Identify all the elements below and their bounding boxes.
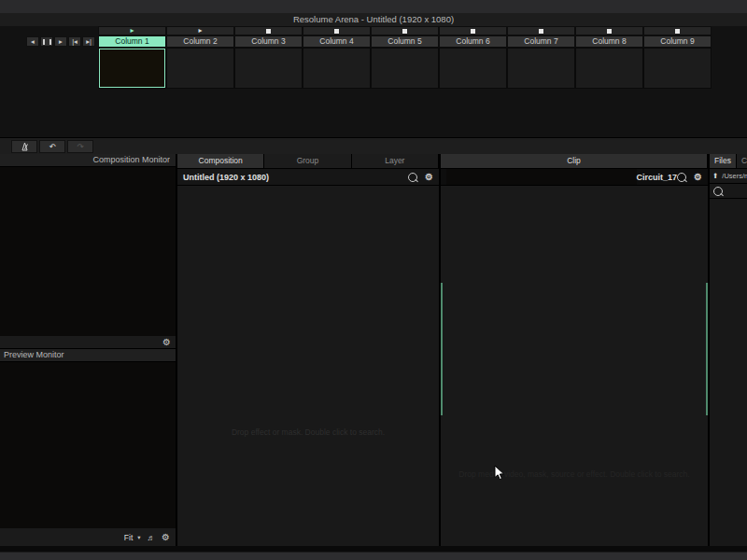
gear-icon[interactable]: ⚙ bbox=[425, 173, 433, 182]
stop-icon bbox=[266, 29, 271, 34]
window-title: Resolume Arena - Untitled (1920 x 1080) bbox=[293, 14, 454, 24]
column-trigger-2[interactable]: ▸ bbox=[166, 26, 234, 35]
gear-icon[interactable]: ⚙ bbox=[162, 533, 170, 542]
clip-cell[interactable] bbox=[439, 48, 507, 89]
layer-play-button[interactable]: ▸ bbox=[54, 36, 67, 47]
clip-cell[interactable] bbox=[507, 48, 575, 89]
play-icon: ▸ bbox=[198, 27, 202, 35]
jump-forward-button[interactable]: ▸| bbox=[82, 36, 95, 47]
files-panel: Files Compositions ⬆ /Users/mark bbox=[710, 154, 747, 546]
column-trigger-1[interactable]: ▸ bbox=[98, 26, 166, 35]
column-header-9[interactable]: Column 9 bbox=[643, 35, 712, 48]
drop-hint: Drop effect or mask. Double click to sea… bbox=[177, 427, 439, 437]
files-path[interactable]: /Users/mark bbox=[722, 172, 747, 180]
stop-icon bbox=[334, 29, 339, 34]
drop-hint: Drop media, video, mask, source or effec… bbox=[441, 469, 708, 479]
play-icon: ▸ bbox=[130, 27, 134, 35]
composition-title-bar: Untitled (1920 x 1080) ⚙ bbox=[177, 169, 439, 186]
clip-cell[interactable] bbox=[371, 48, 439, 89]
tab-group[interactable]: Group bbox=[264, 154, 351, 168]
jump-back-button[interactable]: |◂ bbox=[68, 36, 81, 47]
clip-title: Circuit_17 bbox=[637, 173, 678, 182]
composition-monitor-footer: ⚙ bbox=[0, 336, 176, 349]
composition-title: Untitled (1920 x 1080) bbox=[183, 173, 269, 182]
undo-button[interactable]: ↶ bbox=[39, 140, 65, 153]
monitor-column: Composition Monitor ⚙ Preview Monitor Fi… bbox=[0, 154, 177, 546]
clip-cell[interactable] bbox=[575, 48, 643, 89]
tab-files[interactable]: Files bbox=[710, 154, 737, 168]
column-header-8[interactable]: Column 8 bbox=[575, 35, 643, 48]
chevron-down-icon: ▾ bbox=[137, 534, 140, 541]
preview-monitor-title: Preview Monitor bbox=[0, 350, 64, 359]
column-trigger-3[interactable] bbox=[234, 26, 303, 35]
search-icon[interactable] bbox=[677, 173, 686, 182]
stop-icon bbox=[607, 29, 612, 34]
column-header-3[interactable]: Column 3 bbox=[234, 35, 303, 48]
stop-icon bbox=[471, 29, 475, 34]
column-trigger-7[interactable] bbox=[507, 26, 575, 35]
clip-panel: Clip Circuit_17 ⚙ Drop media, video, mas… bbox=[441, 154, 710, 546]
column-trigger-4[interactable] bbox=[303, 26, 371, 35]
column-header-6[interactable]: Column 6 bbox=[439, 35, 507, 48]
clip-cell[interactable] bbox=[643, 48, 712, 89]
dock-strip bbox=[0, 552, 747, 560]
clip-thumbnail-strip bbox=[446, 169, 637, 185]
search-icon[interactable] bbox=[408, 173, 417, 182]
tab-composition[interactable]: Composition bbox=[177, 154, 264, 168]
fit-label: Fit bbox=[124, 533, 133, 542]
stop-icon bbox=[539, 29, 543, 34]
window-title-bar: Resolume Arena - Untitled (1920 x 1080) bbox=[0, 13, 747, 27]
speaker-icon[interactable]: ♬ bbox=[148, 533, 156, 542]
panel-tabs: Composition Group Layer bbox=[177, 154, 439, 169]
colorize-group-edge-right bbox=[706, 283, 708, 415]
preview-monitor-view bbox=[0, 362, 176, 528]
clip-cell[interactable] bbox=[234, 48, 303, 89]
column-trigger-6[interactable] bbox=[439, 26, 507, 35]
tab-compositions[interactable]: Compositions bbox=[737, 154, 747, 168]
metronome-button[interactable] bbox=[11, 140, 37, 153]
bpm-toolbar: ↶ ↷ bbox=[0, 137, 747, 156]
clip-thumbnail[interactable] bbox=[99, 49, 165, 88]
clip-grid: ◂▸|◂▸|▸Column 1▸Column 2Column 3Column 4… bbox=[0, 26, 747, 137]
column-header-4[interactable]: Column 4 bbox=[303, 35, 371, 48]
column-trigger-9[interactable] bbox=[643, 26, 712, 35]
column-header-2[interactable]: Column 2 bbox=[166, 35, 234, 48]
search-icon[interactable] bbox=[713, 187, 723, 196]
metronome-icon bbox=[21, 142, 29, 151]
clip-cell[interactable] bbox=[303, 48, 371, 89]
clip-title-bar: Circuit_17 ⚙ bbox=[441, 169, 708, 186]
menu-bar bbox=[0, 0, 747, 13]
column-header-1[interactable]: Column 1 bbox=[98, 35, 166, 48]
column-trigger-5[interactable] bbox=[371, 26, 439, 35]
gear-icon[interactable]: ⚙ bbox=[694, 173, 702, 182]
colorize-group-edge-left bbox=[441, 283, 443, 415]
composition-monitor-view bbox=[0, 167, 176, 336]
stop-icon bbox=[675, 29, 680, 34]
tab-clip[interactable]: Clip bbox=[441, 154, 708, 168]
column-trigger-8[interactable] bbox=[575, 26, 643, 35]
layer-pause-button[interactable] bbox=[40, 36, 53, 47]
stop-icon bbox=[402, 29, 407, 34]
preview-monitor-header: Preview Monitor bbox=[0, 349, 176, 362]
column-header-5[interactable]: Column 5 bbox=[371, 35, 439, 48]
resolume-arena-window: Resolume Arena - Untitled (1920 x 1080) … bbox=[0, 0, 747, 560]
tab-layer[interactable]: Layer bbox=[352, 154, 439, 168]
column-header-7[interactable]: Column 7 bbox=[507, 35, 575, 48]
composition-monitor-title: Composition Monitor bbox=[0, 154, 170, 166]
mouse-cursor bbox=[494, 465, 505, 481]
preview-monitor-footer: Fit ▾ ♬ ⚙ bbox=[0, 528, 176, 546]
fit-dropdown[interactable]: Fit ▾ bbox=[124, 533, 141, 542]
clip-cell[interactable] bbox=[166, 48, 234, 89]
redo-button[interactable]: ↷ bbox=[67, 140, 93, 153]
clip-panel-tabs: Clip bbox=[441, 154, 708, 169]
composition-monitor-header: Composition Monitor bbox=[0, 154, 176, 167]
folder-up-icon[interactable]: ⬆ bbox=[712, 172, 718, 180]
pause-icon bbox=[43, 39, 51, 45]
composition-panel: Composition Group Layer Untitled (1920 x… bbox=[177, 154, 441, 546]
gear-icon[interactable]: ⚙ bbox=[162, 338, 171, 347]
layer-prev-button[interactable]: ◂ bbox=[26, 36, 39, 47]
